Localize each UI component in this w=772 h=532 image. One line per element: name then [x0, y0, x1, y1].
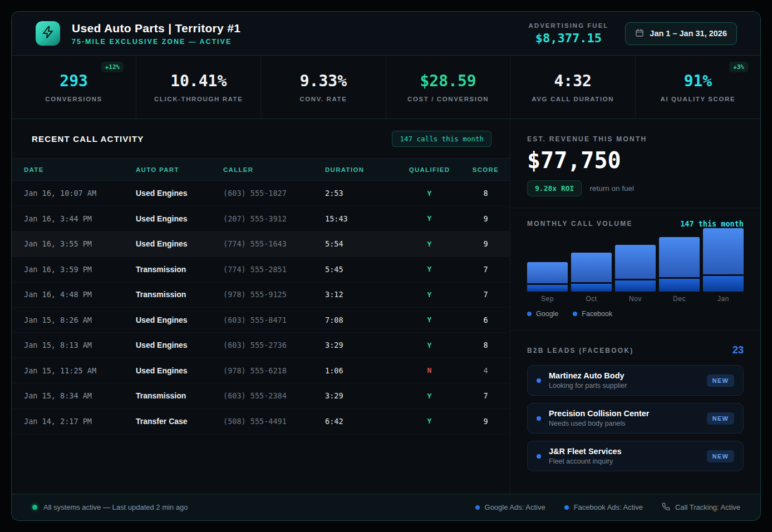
table-row[interactable]: Jan 15, 11:25 AMUsed Engines(978) 555-62… — [12, 358, 510, 384]
kpi-ai-quality-score: +3%91%AI QUALITY SCORE — [636, 56, 760, 119]
territory-status: 75-MILE EXCLUSIVE ZONE — ACTIVE — [72, 38, 240, 46]
cell-date: Jan 15, 11:25 AM — [24, 366, 136, 375]
kpi-label: CLICK-THROUGH RATE — [154, 96, 243, 102]
kpi-trend-badge: +3% — [729, 62, 748, 72]
cell-qualified: Y — [392, 240, 467, 248]
bar-segment-google — [615, 245, 656, 279]
cell-auto-part: Used Engines — [136, 214, 223, 223]
bar-oct — [571, 253, 612, 292]
status-bar: All systems active — Last updated 2 min … — [12, 494, 760, 520]
advertising-fuel-label: ADVERTISING FUEL — [529, 22, 609, 29]
table-row[interactable]: Jan 15, 8:34 AMTransmission(603) 555-238… — [12, 383, 510, 409]
phone-icon — [662, 503, 670, 513]
kpi-row: +12%293CONVERSIONS10.41%CLICK-THROUGH RA… — [12, 56, 760, 119]
cell-score: 9 — [467, 417, 504, 426]
cell-duration: 2:53 — [325, 189, 392, 198]
call-volume-chart: MONTHLY CALL VOLUME 147 this month SepOc… — [510, 208, 760, 331]
table-row[interactable]: Jan 16, 3:44 PMUsed Engines(207) 555-391… — [12, 206, 510, 232]
bar-nov — [615, 245, 656, 292]
lead-card[interactable]: Martinez Auto BodyLooking for parts supp… — [527, 365, 744, 396]
month-label: Oct — [571, 295, 612, 303]
lead-note: Fleet account inquiry — [549, 457, 622, 465]
col-auto-part: AUTO PART — [136, 166, 223, 173]
calendar-icon — [635, 28, 644, 39]
cell-caller: (603) 555-2736 — [223, 341, 325, 349]
cell-auto-part: Transmission — [136, 391, 223, 400]
b2b-leads-section: B2B LEADS (FACEBOOK) 23 Martinez Auto Bo… — [510, 331, 760, 494]
cell-duration: 5:45 — [325, 265, 392, 274]
table-row[interactable]: Jan 16, 3:55 PMUsed Engines(774) 555-164… — [12, 231, 510, 257]
lead-card[interactable]: J&R Fleet ServicesFleet account inquiryN… — [527, 441, 744, 471]
cell-qualified: Y — [392, 265, 467, 273]
lead-card[interactable]: Precision Collision CenterNeeds used bod… — [527, 403, 744, 434]
status-dot — [564, 505, 569, 510]
cell-auto-part: Used Engines — [136, 239, 223, 248]
col-date: DATE — [24, 166, 136, 173]
table-row[interactable]: Jan 15, 8:13 AMUsed Engines(603) 555-273… — [12, 333, 510, 358]
cell-date: Jan 16, 3:44 PM — [24, 214, 136, 223]
cell-caller: (978) 555-9125 — [223, 290, 325, 299]
cell-score: 7 — [467, 265, 504, 274]
app-logo — [36, 21, 60, 46]
kpi-label: CONVERSIONS — [45, 96, 102, 102]
cell-auto-part: Transmission — [136, 265, 223, 274]
bar-segment-facebook — [527, 285, 568, 292]
kpi-value: 4:32 — [554, 72, 592, 90]
month-label: Dec — [659, 295, 700, 303]
cell-qualified: Y — [392, 189, 467, 198]
cell-duration: 1:06 — [325, 366, 392, 375]
date-range-picker[interactable]: Jan 1 – Jan 31, 2026 — [625, 22, 737, 45]
legend-facebook: Facebook — [573, 310, 612, 318]
lead-note: Looking for parts supplier — [549, 382, 627, 390]
chart-legend: GoogleFacebook — [527, 310, 744, 318]
cell-caller: (774) 555-1643 — [223, 239, 325, 248]
cell-qualified: N — [392, 366, 467, 375]
footer-status-google-ads-active: Google Ads: Active — [475, 503, 545, 511]
call-activity-title: RECENT CALL ACTIVITY — [32, 134, 144, 144]
new-badge: NEW — [707, 450, 734, 462]
cell-auto-part: Used Engines — [136, 366, 223, 375]
cell-date: Jan 15, 8:34 AM — [24, 391, 136, 400]
status-label: Call Tracking: Active — [675, 503, 740, 511]
kpi-value: 9.33% — [300, 72, 347, 90]
col-caller: CALLER — [223, 166, 325, 173]
kpi-label: CONV. RATE — [299, 96, 347, 102]
cell-auto-part: Used Engines — [136, 189, 223, 198]
bar-segment-facebook — [703, 276, 744, 292]
cell-date: Jan 15, 8:13 AM — [24, 341, 136, 349]
table-row[interactable]: Jan 16, 4:48 PMTransmission(978) 555-912… — [12, 282, 510, 308]
bar-segment-facebook — [659, 279, 700, 292]
cell-caller: (508) 555-4491 — [223, 417, 325, 426]
table-row[interactable]: Jan 14, 2:17 PMTransfer Case(508) 555-44… — [12, 409, 510, 435]
cell-date: Jan 16, 3:55 PM — [24, 239, 136, 248]
kpi-cost-conversion: $28.59COST / CONVERSION — [386, 56, 511, 119]
roi-badge: 9.28x ROI — [527, 180, 582, 196]
legend-dot — [527, 312, 532, 316]
legend-label: Facebook — [582, 310, 612, 318]
bar-segment-google — [571, 253, 612, 282]
cell-duration: 3:29 — [325, 391, 392, 400]
footer-status-call-tracking-active: Call Tracking: Active — [662, 503, 740, 513]
bar-sep — [527, 262, 568, 292]
date-range-label: Jan 1 – Jan 31, 2026 — [650, 29, 727, 38]
chart-annotation: 147 this month — [680, 219, 744, 228]
new-badge: NEW — [707, 375, 734, 387]
cell-date: Jan 16, 4:48 PM — [24, 290, 136, 299]
calls-this-month-chip: 147 calls this month — [392, 131, 491, 147]
legend-google: Google — [527, 310, 558, 318]
cell-date: Jan 16, 3:59 PM — [24, 265, 136, 274]
cell-qualified: Y — [392, 214, 467, 223]
table-row[interactable]: Jan 16, 3:59 PMTransmission(774) 555-285… — [12, 257, 510, 283]
lead-dot — [537, 454, 541, 459]
bar-segment-google — [659, 237, 700, 277]
col-qualified: QUALIFIED — [392, 166, 467, 173]
cell-caller: (603) 555-2384 — [223, 391, 325, 400]
new-badge: NEW — [707, 412, 734, 425]
revenue-section: EST. REVENUE THIS MONTH $77,750 9.28x RO… — [510, 119, 760, 208]
cell-duration: 7:08 — [325, 316, 392, 324]
lead-name: Martinez Auto Body — [549, 371, 627, 380]
chart-title: MONTHLY CALL VOLUME — [527, 220, 633, 228]
cell-auto-part: Transfer Case — [136, 417, 223, 426]
table-row[interactable]: Jan 16, 10:07 AMUsed Engines(603) 555-18… — [12, 181, 510, 206]
table-row[interactable]: Jan 15, 8:26 AMUsed Engines(603) 555-847… — [12, 308, 510, 333]
